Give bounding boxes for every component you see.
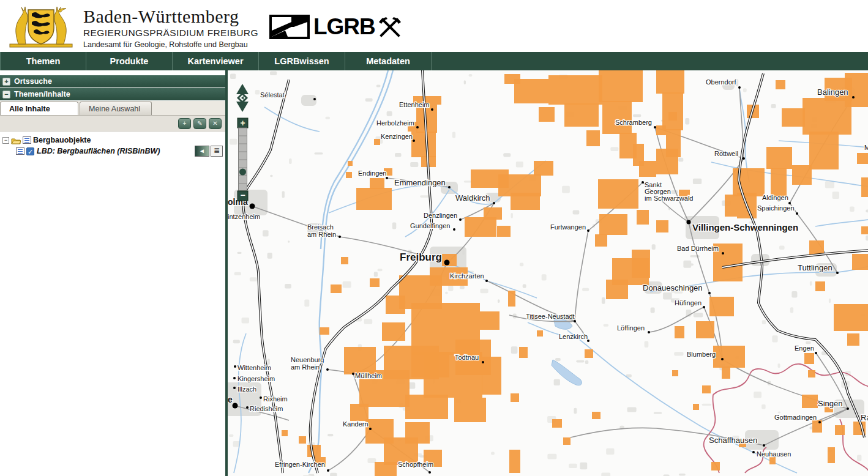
city-label: Hüfingen (675, 299, 702, 307)
nav-produkte[interactable]: Produkte (86, 52, 173, 70)
metadata-icon[interactable] (23, 136, 31, 144)
main-nav: Themen Produkte Kartenviewer LGRBwissen … (0, 52, 868, 70)
city-label: Waldkirch (455, 193, 490, 203)
city-label: Wittenheim (238, 364, 271, 371)
nav-metadaten[interactable]: Metadaten (345, 52, 432, 70)
map-canvas[interactable]: SélestatEttenheimHerbolzheimKenzingenEnd… (228, 70, 868, 476)
city-label: Endingen (358, 169, 387, 177)
city-label: Denzlingen (424, 212, 457, 219)
pan-control[interactable] (236, 84, 249, 112)
layer-tree: − Bergbauobjekte ✓ LBD: Bergbauflächen (… (0, 132, 225, 160)
city-label: Lenzkirch (559, 333, 588, 340)
city-label: Neuenburg (291, 356, 324, 363)
city-label: Aldingen (762, 194, 788, 201)
city-label: Todtnau (455, 354, 479, 361)
expand-icon[interactable]: + (2, 78, 10, 86)
city-label: intzenheim (228, 213, 260, 220)
nav-kartenviewer[interactable]: Kartenviewer (173, 52, 259, 70)
city-label: Bad Dürrheim (677, 245, 719, 252)
city-label: e (228, 395, 233, 404)
city-label: Kirchzarten (450, 272, 484, 280)
zoom-slider[interactable]: + − (238, 118, 248, 201)
city-label: Schramberg (615, 119, 652, 126)
city-label: Gottmadingen (774, 414, 817, 421)
city-label: M (864, 144, 868, 151)
city-label: Kandern (343, 420, 369, 428)
zoom-slider-knob[interactable] (239, 169, 246, 176)
tree-node-layer[interactable]: ✓ LBD: Bergbauflächen (RISBinBW) ◄ ≣ (2, 146, 223, 157)
tab-alle-inhalte[interactable]: Alle Inhalte (0, 102, 78, 115)
city-label: Riedisheim (250, 405, 283, 412)
add-selection-button[interactable]: + (178, 118, 191, 129)
city-label: Schaffhausen (709, 436, 757, 445)
site-subtitle: REGIERUNGSPRÄSIDIUM FREIBURG (83, 28, 258, 39)
city-label: Blumberg (687, 351, 716, 358)
folder-open-icon (11, 136, 21, 144)
remove-selection-button[interactable]: ✕ (209, 118, 222, 129)
city-label: Löffingen (617, 324, 645, 332)
city-label: Ra (861, 413, 868, 422)
city-label: Neuhausen (757, 450, 791, 458)
city-label: Schopfheim (398, 461, 433, 468)
city-label: Emmendingen (394, 178, 446, 187)
city-label: Kenzingen (381, 133, 413, 140)
edit-selection-button[interactable]: ✎ (193, 118, 206, 129)
tree-toolbar: + ✎ ✕ (0, 116, 225, 132)
zoom-out-button: − (240, 190, 245, 200)
city-label: Herbolzheim (376, 119, 414, 127)
city-label: Breisach (307, 223, 334, 231)
tree-node-bergbauobjekte[interactable]: − Bergbauobjekte (2, 135, 223, 146)
city-label: am Rhein (307, 231, 336, 238)
collapse-icon[interactable]: − (2, 91, 10, 99)
city-label: Oberndorf (706, 78, 736, 86)
city-label: am Rhein (291, 363, 320, 371)
city-label: Freiburg (400, 251, 442, 263)
city-label: Rottweil (714, 150, 738, 157)
city-label: Müllheim (355, 372, 382, 379)
tree-collapse-icon[interactable]: − (2, 137, 9, 144)
panel-ortssuche-title: Ortssuche (14, 77, 52, 86)
city-label: Gundelfingen (410, 222, 450, 229)
panel-ortssuche-header[interactable]: + Ortssuche (0, 75, 225, 87)
city-label: Kingersheim (238, 375, 275, 382)
city-label: Engen (795, 344, 814, 352)
city-label: Ettenheim (399, 101, 430, 108)
nav-lgrbwissen[interactable]: LGRBwissen (259, 52, 345, 70)
city-label: Tuttlingen (798, 263, 832, 272)
sidebar: + Ortssuche − Themen/Inhalte Alle Inhalt… (0, 70, 228, 476)
map-controls: + − (228, 70, 264, 211)
lgrb-flag-icon (269, 13, 310, 40)
city-label: Donaueschingen (643, 283, 703, 292)
content-tabs: Alle Inhalte Meine Auswahl (0, 101, 225, 116)
tree-root-label[interactable]: Bergbauobjekte (33, 136, 91, 144)
tree-layer-label[interactable]: LBD: Bergbauflächen (RISBinBW) (37, 147, 160, 155)
city-label: Singen (818, 399, 842, 408)
metadata-icon[interactable] (16, 147, 24, 155)
map-viewport[interactable]: SélestatEttenheimHerbolzheimKenzingenEnd… (228, 70, 868, 476)
city-label: Furtwangen (550, 223, 586, 231)
panel-themen-inhalte-header[interactable]: − Themen/Inhalte (0, 88, 225, 100)
city-label: Illzach (238, 385, 256, 393)
city-label: Balingen (817, 87, 848, 97)
layer-legend-button[interactable]: ≣ (211, 146, 223, 157)
layer-transparency-button[interactable]: ◄ (195, 146, 209, 157)
city-label: Villingen-Schwenningen (692, 222, 798, 232)
site-title: Baden-Württemberg (83, 6, 258, 27)
crossed-hammer-and-pick-icon (376, 15, 403, 39)
city-label: Efringen-Kirchen (275, 461, 325, 468)
city-label: im Schwarzwald (645, 195, 693, 202)
zoom-in-button: + (240, 118, 245, 128)
tab-meine-auswahl[interactable]: Meine Auswahl (80, 102, 152, 115)
city-label: Rixheim (263, 395, 288, 403)
layer-checkbox[interactable]: ✓ (26, 147, 34, 155)
site-department: Landesamt für Geologie, Rohstoffe und Be… (83, 40, 258, 49)
panel-themen-inhalte-title: Themen/Inhalte (14, 90, 70, 99)
lgrb-logo: LGRB (269, 13, 403, 40)
app-header: Baden-Württemberg REGIERUNGSPRÄSIDIUM FR… (0, 0, 868, 52)
city-label: Spaichingen (757, 204, 795, 212)
city-label: Titisee-Neustadt (526, 313, 575, 320)
lgrb-logo-text: LGRB (313, 14, 375, 40)
nav-themen[interactable]: Themen (0, 52, 86, 70)
bw-coat-of-arms (5, 2, 77, 49)
